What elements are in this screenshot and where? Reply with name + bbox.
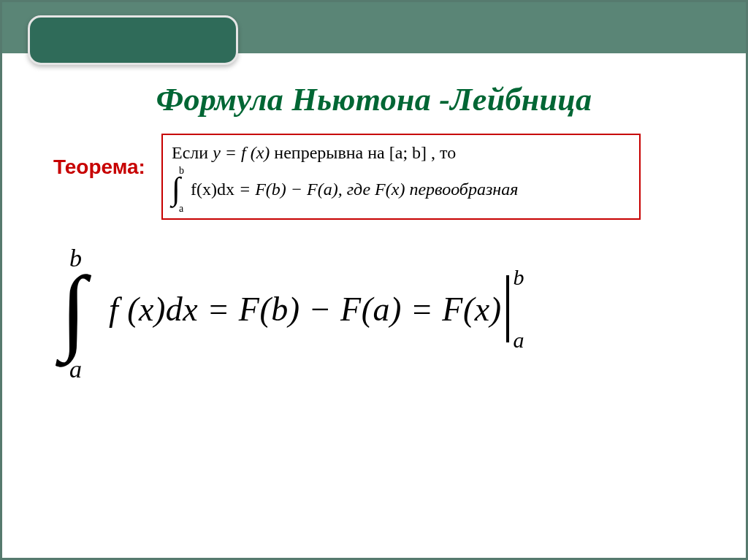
text-yfx: y = f (x)	[213, 143, 270, 162]
evaluation-bar: b a	[506, 275, 509, 342]
integral-sign-icon: ∫	[61, 262, 87, 357]
slide-title: Формула Ньютона -Лейбница	[2, 81, 746, 118]
text-continuous: непрерывна на	[274, 143, 389, 162]
theorem-line-2: b ∫ a f(x)dx = F(b) − F(a), где F(x) пер…	[172, 167, 630, 211]
text-interval: [a; b]	[389, 143, 427, 162]
text-then: , то	[431, 143, 456, 162]
theorem-eq: f(x)dx = F(b) − F(a), где F(x) первообра…	[191, 177, 518, 201]
slide: Формула Ньютона -Лейбница Теорема: Если …	[0, 0, 748, 560]
eval-upper: b	[514, 265, 524, 290]
theorem-rhs: = F(b) − F(a), где F(x) первообразная	[239, 180, 518, 199]
integral-small: b ∫ a	[172, 167, 188, 211]
main-formula: b ∫ a f (x)dx = F(b) − F(a) = F(x) b a	[64, 250, 509, 367]
eval-lower: a	[514, 328, 524, 353]
decorative-tab	[28, 15, 238, 65]
vertical-bar-icon	[506, 275, 509, 342]
theorem-label: Теорема:	[53, 156, 145, 179]
integral-sign-icon: ∫	[172, 173, 180, 205]
int-lower-big: a	[69, 356, 82, 383]
theorem-box: Если y = f (x) непрерывна на [a; b] , то…	[161, 134, 641, 220]
theorem-line-1: Если y = f (x) непрерывна на [a; b] , то	[172, 141, 630, 164]
int-lower-small: a	[179, 202, 183, 216]
formula-body: f (x)dx = F(b) − F(a) = F(x)	[109, 290, 502, 329]
integral-big: b ∫ a	[64, 250, 107, 367]
theorem-lhs: f(x)dx	[191, 180, 234, 199]
text-if: Если	[172, 143, 213, 162]
